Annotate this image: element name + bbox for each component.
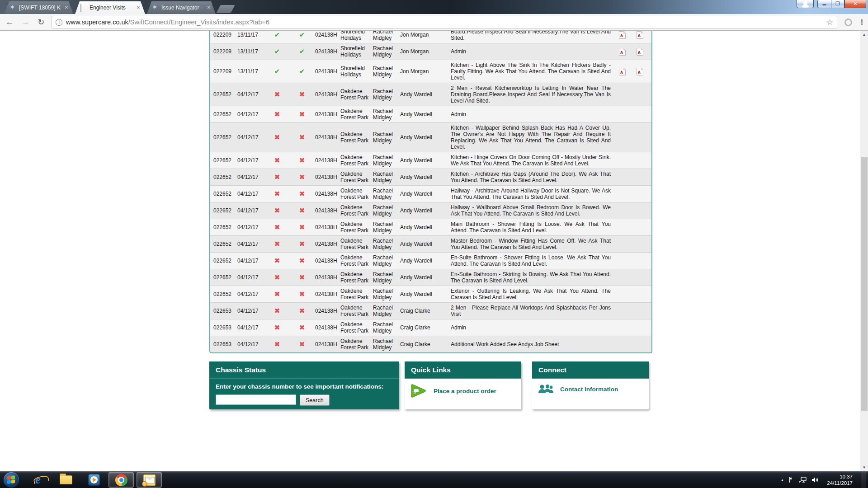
volume-icon[interactable] <box>811 477 819 483</box>
status-check-icon: ✖ <box>265 324 289 331</box>
salesperson-cell: Rachael Midgley <box>373 321 400 334</box>
description-cell: Hallway - Wallboard Above Small Bedroom … <box>451 204 613 217</box>
table-row[interactable]: 022652 04/12/17 ✖ ✖ 024138H Oakdene Fore… <box>210 269 651 286</box>
close-icon[interactable]: ✕ <box>135 5 142 11</box>
order-number-cell: 022653 <box>210 324 237 331</box>
back-button[interactable] <box>4 16 16 28</box>
table-row[interactable]: 022652 04/12/17 ✖ ✖ 024138H Oakdene Fore… <box>210 235 651 252</box>
description-cell: Kitchen - Architrave Has Gaps (Around Th… <box>451 171 613 183</box>
tab-title: [SWIFT-18059] Kitchen - <box>19 5 61 11</box>
clock-time: 10:37 <box>827 474 853 480</box>
tab-engineer-visits[interactable]: Engineer Visits ✕ <box>75 1 145 14</box>
table-row[interactable]: 022652 04/12/17 ✖ ✖ 024138H Oakdene Fore… <box>210 202 651 219</box>
date-cell: 04/12/17 <box>237 191 265 197</box>
close-window-button[interactable] <box>844 0 866 8</box>
pdf-document-icon[interactable] <box>637 68 643 75</box>
chassis-number-input[interactable] <box>216 394 296 405</box>
jira-icon <box>9 4 16 11</box>
maximize-button[interactable] <box>831 0 844 8</box>
tray-expand-icon[interactable] <box>780 478 784 482</box>
extension-icon[interactable] <box>844 19 852 26</box>
taskbar-internet-explorer[interactable]: e <box>29 472 47 488</box>
table-row[interactable]: 022652 04/12/17 ✖ ✖ 024138H Oakdene Fore… <box>210 106 651 122</box>
taskbar-media-player[interactable] <box>85 472 103 488</box>
status-check-icon: ✖ <box>289 274 315 281</box>
table-row[interactable]: 022209 13/11/17 ✔ ✔ 024138H Shorefield H… <box>210 31 651 43</box>
close-icon[interactable]: ✕ <box>206 5 212 11</box>
close-icon[interactable]: ✕ <box>63 5 70 11</box>
pdf-document-icon[interactable] <box>619 31 626 39</box>
taskbar-outlook[interactable] <box>137 472 162 488</box>
chassis-cell: 024138H <box>315 32 340 38</box>
bookmark-star-icon[interactable] <box>826 18 833 27</box>
chassis-cell: 024138H <box>315 341 340 347</box>
chassis-cell: 024138H <box>315 134 340 141</box>
media-player-icon <box>88 474 100 486</box>
reload-button[interactable] <box>35 16 47 28</box>
pdf-document-icon[interactable] <box>637 31 643 39</box>
engineer-cell: Jon Morgan <box>400 48 451 55</box>
scroll-down-arrow-icon[interactable]: ▼ <box>860 464 868 471</box>
minimize-button[interactable] <box>817 0 831 8</box>
order-number-cell: 022652 <box>210 224 237 230</box>
table-row[interactable]: 022652 04/12/17 ✖ ✖ 024138H Oakdene Fore… <box>210 83 651 106</box>
table-row[interactable]: 022652 04/12/17 ✖ ✖ 024138H Oakdene Fore… <box>210 286 651 302</box>
table-row[interactable]: 022652 04/12/17 ✖ ✖ 024138H Oakdene Fore… <box>210 185 651 202</box>
profile-button[interactable] <box>797 0 814 8</box>
browser-menu-icon[interactable] <box>859 18 865 26</box>
network-icon[interactable] <box>799 477 807 483</box>
park-cell: Oakdene Forest Park <box>340 238 373 250</box>
table-row[interactable]: 022653 04/12/17 ✖ ✖ 024138H Oakdene Fore… <box>210 336 651 352</box>
start-button[interactable] <box>4 472 19 488</box>
engineer-cell: Andy Wardell <box>400 258 451 264</box>
park-cell: Oakdene Forest Park <box>340 188 373 200</box>
table-row[interactable]: 022209 13/11/17 ✔ ✔ 024138H Shorefield H… <box>210 43 651 60</box>
salesperson-cell: Rachael Midgley <box>373 238 400 250</box>
table-row[interactable]: 022653 04/12/17 ✖ ✖ 024138H Oakdene Fore… <box>210 302 651 319</box>
taskbar-chrome[interactable] <box>108 472 134 488</box>
salesperson-cell: Rachael Midgley <box>373 31 400 41</box>
tab-swift-18059[interactable]: [SWIFT-18059] Kitchen - ✕ <box>5 1 73 14</box>
action-center-flag-icon[interactable] <box>788 477 795 483</box>
status-check-icon: ✖ <box>289 341 315 347</box>
panel-title: Chassis Status <box>209 361 399 379</box>
order-number-cell: 022653 <box>210 308 237 314</box>
panel-title: Connect <box>532 361 649 379</box>
order-number-cell: 022652 <box>210 241 237 247</box>
taskbar-explorer[interactable] <box>57 472 75 488</box>
info-icon[interactable]: i <box>56 19 62 26</box>
description-cell: 2 Men - Please Replace All Worktops And … <box>451 305 613 317</box>
contact-information-link[interactable]: Contact information <box>560 386 618 393</box>
park-cell: Oakdene Forest Park <box>340 254 373 267</box>
address-bar[interactable]: i www.supercare.co.uk/SwiftConnect/Engin… <box>52 16 837 28</box>
salesperson-cell: Rachael Midgley <box>373 88 400 101</box>
forward-button[interactable] <box>19 16 32 28</box>
table-row[interactable]: 022653 04/12/17 ✖ ✖ 024138H Oakdene Fore… <box>210 319 651 336</box>
pdf-document-icon[interactable] <box>619 48 626 56</box>
table-row[interactable]: 022652 04/12/17 ✖ ✖ 024138H Oakdene Fore… <box>210 219 651 235</box>
table-row[interactable]: 022652 04/12/17 ✖ ✖ 024138H Oakdene Fore… <box>210 152 651 169</box>
taskbar-clock[interactable]: 10:37 24/11/2017 <box>827 474 853 486</box>
place-product-order-link[interactable]: Place a product order <box>434 388 496 394</box>
table-row[interactable]: 022652 04/12/17 ✖ ✖ 024138H Oakdene Fore… <box>210 169 651 185</box>
date-cell: 04/12/17 <box>237 207 265 214</box>
tab-issue-navigator[interactable]: Issue Navigator - Surfbay ✕ <box>147 1 216 14</box>
table-row[interactable]: 022652 04/12/17 ✖ ✖ 024138H Oakdene Fore… <box>210 252 651 269</box>
status-check-icon: ✖ <box>265 134 289 141</box>
date-cell: 04/12/17 <box>237 308 265 314</box>
pdf-document-icon[interactable] <box>619 68 626 75</box>
new-tab-button[interactable] <box>216 5 235 13</box>
status-check-icon: ✔ <box>289 68 315 75</box>
status-check-icon: ✖ <box>265 341 289 347</box>
table-row[interactable]: 022652 04/12/17 ✖ ✖ 024138H Oakdene Fore… <box>210 122 651 152</box>
scroll-up-arrow-icon[interactable]: ▲ <box>860 31 868 38</box>
chassis-search-button[interactable]: Search <box>300 394 330 406</box>
status-check-icon: ✖ <box>289 207 315 214</box>
page-scrollbar[interactable]: ▲ ▼ <box>860 31 868 471</box>
show-desktop-button[interactable] <box>862 472 866 488</box>
status-check-icon: ✖ <box>289 134 315 141</box>
table-row[interactable]: 022209 13/11/17 ✔ ✔ 024138H Shorefield H… <box>210 60 651 83</box>
tab-strip: [SWIFT-18059] Kitchen - ✕ Engineer Visit… <box>5 1 233 14</box>
pdf-document-icon[interactable] <box>637 48 643 56</box>
scrollbar-thumb[interactable] <box>861 157 868 411</box>
